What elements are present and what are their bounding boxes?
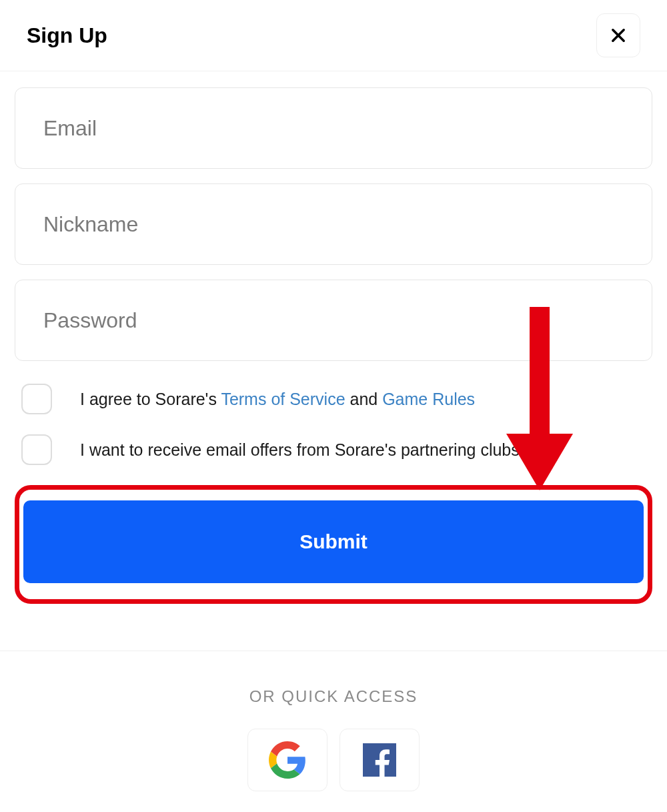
close-icon: [609, 26, 628, 45]
nickname-field[interactable]: [15, 183, 652, 265]
terms-middle: and: [346, 390, 383, 408]
submit-highlight-box: Submit: [15, 485, 652, 604]
google-login-button[interactable]: [247, 729, 327, 791]
facebook-icon: [360, 740, 400, 780]
terms-checkbox[interactable]: [21, 384, 52, 414]
offers-row: I want to receive email offers from Sora…: [15, 434, 652, 465]
terms-prefix: I agree to Sorare's: [80, 390, 221, 408]
email-field[interactable]: [15, 87, 652, 169]
signup-form: I agree to Sorare's Terms of Service and…: [0, 71, 667, 617]
social-buttons-row: [0, 729, 667, 791]
quick-access-label: OR QUICK ACCESS: [0, 687, 667, 706]
modal-header: Sign Up: [0, 0, 667, 71]
offers-checkbox[interactable]: [21, 434, 52, 465]
game-rules-link[interactable]: Game Rules: [382, 390, 475, 408]
password-field[interactable]: [15, 280, 652, 361]
quick-access-section: OR QUICK ACCESS: [0, 651, 667, 791]
page-title: Sign Up: [27, 23, 107, 48]
submit-button[interactable]: Submit: [23, 500, 644, 583]
google-icon: [269, 741, 306, 779]
terms-label: I agree to Sorare's Terms of Service and…: [80, 388, 475, 411]
offers-label: I want to receive email offers from Sora…: [80, 438, 524, 462]
facebook-login-button[interactable]: [340, 729, 420, 791]
close-button[interactable]: [596, 13, 640, 57]
terms-of-service-link[interactable]: Terms of Service: [221, 390, 345, 408]
terms-row: I agree to Sorare's Terms of Service and…: [15, 384, 652, 414]
